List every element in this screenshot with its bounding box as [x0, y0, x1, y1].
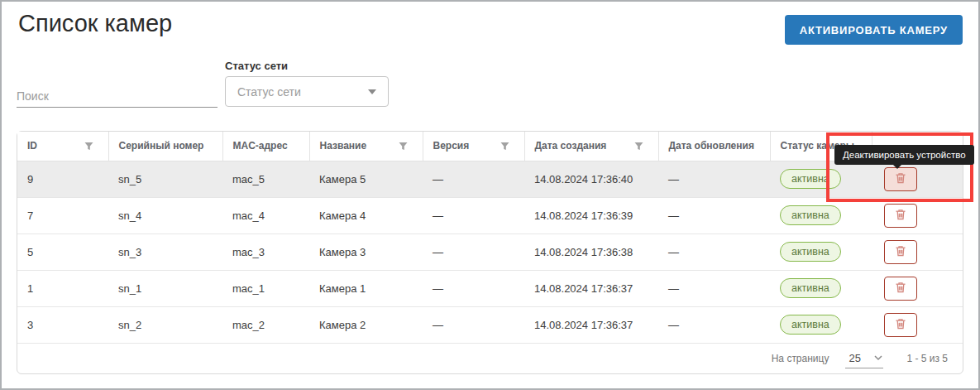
cell-actions: [872, 306, 963, 343]
cell-mac: mac_4: [222, 197, 309, 234]
cell-id: 1: [17, 270, 108, 306]
cell-serial: sn_1: [108, 270, 222, 306]
cell-updated: —: [658, 306, 770, 343]
network-status-label: Статус сети: [225, 60, 288, 72]
network-status-select[interactable]: Статус сети: [225, 76, 389, 107]
column-header-name: Название: [309, 132, 423, 161]
status-badge: активна: [780, 278, 841, 298]
cell-serial: sn_5: [108, 161, 222, 197]
cell-mac: mac_2: [222, 306, 309, 343]
column-header-label: Версия: [433, 140, 470, 152]
per-page-select[interactable]: 25: [845, 349, 883, 368]
delete-button[interactable]: [884, 204, 917, 228]
cell-actions: [872, 197, 963, 234]
cell-serial: sn_2: [108, 306, 222, 343]
cell-name: Камера 1: [309, 270, 423, 306]
chevron-down-icon: [368, 89, 376, 94]
column-header-id: ID: [17, 132, 108, 161]
cell-name: Камера 2: [309, 306, 423, 343]
cell-actions: [872, 161, 963, 197]
pagination-range: 1 - 5 из 5: [906, 353, 948, 364]
cell-mac: mac_1: [222, 270, 309, 306]
cell-actions: [872, 270, 963, 306]
camera-table: IDСерийный номерMAC-адресНазваниеВерсияД…: [17, 132, 963, 344]
per-page-value: 25: [845, 352, 860, 364]
column-header-label: Название: [320, 140, 367, 152]
cell-updated: —: [658, 197, 770, 234]
deactivate-device-tooltip: Деактивировать устройство: [834, 145, 974, 165]
table-row[interactable]: 5sn_3mac_3Камера 3—14.08.2024 17:36:38—а…: [17, 234, 963, 270]
delete-button[interactable]: [884, 313, 917, 337]
column-header-label: Дата обновления: [669, 140, 754, 152]
column-header-created: Дата создания: [524, 132, 658, 161]
chevron-down-icon: [873, 354, 883, 361]
cell-name: Камера 3: [309, 234, 423, 270]
cell-id: 3: [17, 306, 108, 343]
filter-icon[interactable]: [500, 142, 509, 153]
trash-icon: [894, 244, 907, 260]
cell-serial: sn_3: [108, 234, 222, 270]
cell-version: —: [423, 197, 524, 234]
table-row[interactable]: 7sn_4mac_4Камера 4—14.08.2024 17:36:39—а…: [17, 197, 963, 234]
table-row[interactable]: 1sn_1mac_1Камера 1—14.08.2024 17:36:37—а…: [17, 270, 963, 306]
cell-version: —: [423, 234, 524, 270]
column-header-serial: Серийный номер: [108, 132, 222, 161]
page-title: Список камер: [18, 10, 172, 37]
cell-status: активна: [770, 270, 872, 306]
column-header-mac: MAC-адрес: [222, 132, 309, 161]
cell-version: —: [423, 161, 524, 197]
column-header-label: MAC-адрес: [233, 140, 288, 152]
column-header-label: Серийный номер: [119, 140, 204, 152]
cell-version: —: [423, 270, 524, 306]
camera-table-card: IDСерийный номерMAC-адресНазваниеВерсияД…: [17, 131, 963, 374]
cell-serial: sn_4: [108, 197, 222, 234]
cell-created: 14.08.2024 17:36:37: [524, 270, 658, 306]
cell-mac: mac_5: [222, 161, 309, 197]
trash-icon: [894, 317, 907, 333]
column-header-version: Версия: [423, 132, 524, 161]
column-header-label: ID: [27, 140, 37, 152]
delete-button[interactable]: [884, 277, 917, 301]
cell-actions: [872, 234, 963, 270]
delete-button[interactable]: [884, 167, 917, 191]
cell-id: 9: [17, 161, 108, 197]
status-badge: активна: [780, 242, 841, 262]
cell-mac: mac_3: [222, 234, 309, 270]
cell-status: активна: [770, 161, 872, 197]
cell-updated: —: [658, 234, 770, 270]
table-header-row: IDСерийный номерMAC-адресНазваниеВерсияД…: [17, 132, 963, 161]
filter-icon[interactable]: [84, 142, 93, 153]
table-footer: На страницу 25 1 - 5 из 5: [17, 344, 963, 374]
cell-status: активна: [770, 306, 872, 343]
cell-name: Камера 4: [309, 197, 423, 234]
network-status-placeholder: Статус сети: [237, 85, 368, 99]
delete-button[interactable]: [884, 240, 917, 264]
per-page-label: На страницу: [772, 353, 829, 364]
cell-name: Камера 5: [309, 161, 423, 197]
activate-camera-button[interactable]: АКТИВИРОВАТЬ КАМЕРУ: [785, 15, 963, 45]
trash-icon: [894, 171, 907, 187]
cell-updated: —: [658, 161, 770, 197]
cell-created: 14.08.2024 17:36:39: [524, 197, 658, 234]
filter-icon[interactable]: [399, 142, 408, 153]
status-badge: активна: [780, 205, 841, 225]
cell-id: 5: [17, 234, 108, 270]
table-row[interactable]: 9sn_5mac_5Камера 5—14.08.2024 17:36:40—а…: [17, 161, 963, 197]
cell-created: 14.08.2024 17:36:37: [524, 306, 658, 343]
status-badge: активна: [780, 169, 841, 189]
cell-id: 7: [17, 197, 108, 234]
filter-icon[interactable]: [634, 142, 643, 153]
cell-status: активна: [770, 234, 872, 270]
table-row[interactable]: 3sn_2mac_2Камера 2—14.08.2024 17:36:37—а…: [17, 306, 963, 343]
status-badge: активна: [780, 315, 841, 335]
cell-version: —: [423, 306, 524, 343]
column-header-label: Дата создания: [535, 140, 607, 152]
cell-created: 14.08.2024 17:36:40: [524, 161, 658, 197]
column-header-updated: Дата обновления: [658, 132, 770, 161]
search-input[interactable]: [17, 84, 218, 108]
trash-icon: [894, 208, 907, 224]
cell-updated: —: [658, 270, 770, 306]
trash-icon: [894, 281, 907, 296]
cell-status: активна: [770, 197, 872, 234]
cell-created: 14.08.2024 17:36:38: [524, 234, 658, 270]
